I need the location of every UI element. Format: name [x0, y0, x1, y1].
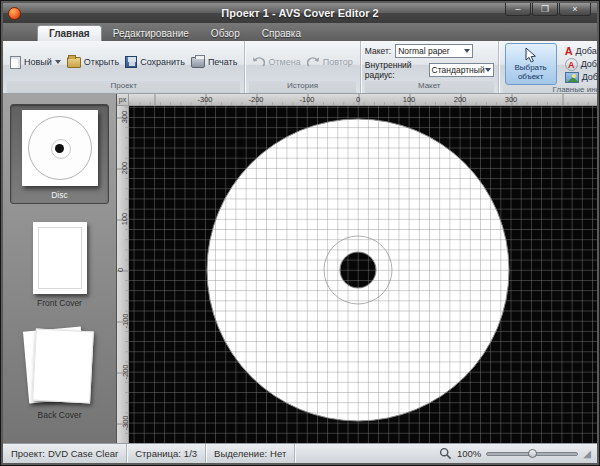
resize-grip[interactable]: ◢ — [583, 449, 593, 459]
zoom-value: 100% — [457, 448, 481, 459]
ruler-horizontal: -300-200-1000100200300 — [129, 94, 597, 106]
tab-spravka[interactable]: Справка — [251, 26, 312, 41]
magnifier-icon — [439, 447, 452, 460]
sidebar-item-label: Front Cover — [10, 298, 109, 308]
status-project: Проект: DVD Case Clear — [3, 444, 127, 463]
add-image-icon — [565, 72, 579, 83]
new-document-icon — [10, 56, 21, 69]
add-circular-text-button[interactable]: A Добавить круговой текст — [563, 58, 597, 71]
ribbon-group-project: Новый Открыть Сохранить Печать Проект — [3, 41, 244, 93]
ruler-unit: px — [117, 94, 129, 106]
cursor-arrow-icon — [525, 48, 537, 63]
group-label-tools: Главные инструменты — [503, 85, 597, 94]
sidebar-item-front-cover[interactable]: Front Cover — [10, 214, 109, 311]
ruler-tick-label: 200 — [454, 95, 467, 104]
maximize-button[interactable]: ❐ — [532, 3, 558, 16]
ruler-tick-label: 300 — [120, 111, 129, 124]
undo-button[interactable]: Отмена — [249, 54, 303, 70]
status-bar: Проект: DVD Case Clear Страница: 1/3 Выд… — [3, 443, 597, 463]
ruler-tick-label: -200 — [248, 95, 263, 104]
back-cover-thumbnail — [22, 326, 98, 406]
window-content: Проект 1 - AVS Cover Editor 2 – ❐ × Глав… — [3, 3, 597, 463]
group-label-layout: Макет — [365, 81, 494, 93]
zoom-slider[interactable] — [486, 452, 578, 456]
open-folder-icon — [67, 57, 81, 68]
front-cover-thumbnail — [33, 222, 87, 294]
disc-center-hole — [340, 252, 376, 288]
inner-radius-dropdown[interactable]: Стандартный — [429, 63, 494, 77]
printer-icon — [191, 57, 205, 68]
sidebar-item-label: Disc — [11, 190, 108, 200]
tab-obzor[interactable]: Обзор — [200, 26, 251, 41]
ruler-tick-label: 100 — [403, 95, 416, 104]
ruler-tick-label: -200 — [121, 364, 129, 379]
disc-thumbnail — [22, 110, 98, 186]
save-disk-icon — [125, 56, 137, 68]
add-text-button[interactable]: A Добавить текст — [563, 45, 597, 58]
sidebar-item-label: Back Cover — [10, 410, 109, 420]
group-label-project: Проект — [7, 81, 240, 93]
main-area: Disc Front Cover Back Cover px -300-200-… — [3, 94, 597, 443]
tab-redaktirovanie[interactable]: Редактирование — [102, 26, 200, 41]
ribbon-group-tools: Выбрать объект A Добавить текст A Добави… — [498, 41, 597, 93]
ruler-tick-label: 0 — [356, 95, 360, 104]
ruler-tick-label: -100 — [299, 95, 314, 104]
status-selection: Выделение: Нет — [206, 444, 295, 463]
app-window: Проект 1 - AVS Cover Editor 2 – ❐ × Глав… — [0, 0, 600, 466]
add-text-icon: A — [565, 46, 573, 57]
redo-button[interactable]: Повтор — [304, 54, 356, 70]
open-button[interactable]: Открыть — [64, 55, 122, 70]
status-page: Страница: 1/3 — [127, 444, 206, 463]
new-button[interactable]: Новый — [7, 54, 64, 71]
ribbon-tab-bar: Главная Редактирование Обзор Справка — [3, 23, 597, 41]
ruler-tick-label: 300 — [505, 95, 518, 104]
redo-arrow-icon — [307, 56, 320, 68]
ruler-tick-label: 200 — [120, 162, 129, 175]
chevron-down-icon — [485, 68, 491, 72]
tab-glavnaya[interactable]: Главная — [37, 25, 102, 41]
select-object-button[interactable]: Выбрать объект — [505, 43, 557, 85]
print-button[interactable]: Печать — [188, 55, 240, 70]
window-controls: – ❐ × — [505, 3, 591, 16]
design-canvas[interactable] — [129, 106, 597, 443]
editor-workspace: px -300-200-1000100200300 3002001000-100… — [117, 94, 597, 443]
undo-arrow-icon — [252, 56, 265, 68]
ribbon-group-layout: Макет: Normal paper Внутренний радиус: С… — [360, 41, 498, 93]
ruler-tick-label: -300 — [197, 95, 212, 104]
title-bar: Проект 1 - AVS Cover Editor 2 – ❐ × — [3, 3, 597, 23]
layout-dropdown[interactable]: Normal paper — [395, 44, 473, 58]
chevron-down-icon — [55, 60, 61, 64]
ruler-tick-label: 100 — [120, 213, 129, 226]
ruler-tick-label: -300 — [121, 415, 129, 430]
zoom-control: 100% ◢ — [439, 447, 597, 460]
group-label-history: История — [249, 81, 355, 93]
ruler-tick-label: -100 — [121, 313, 129, 328]
ribbon: Новый Открыть Сохранить Печать Проект — [3, 41, 597, 94]
ruler-vertical: 3002001000-100-200-300 — [117, 106, 129, 443]
pages-sidebar: Disc Front Cover Back Cover — [3, 94, 117, 443]
ribbon-group-history: Отмена Повтор История — [244, 41, 359, 93]
save-button[interactable]: Сохранить — [122, 54, 188, 70]
sidebar-item-back-cover[interactable]: Back Cover — [10, 321, 109, 423]
chevron-down-icon — [464, 49, 470, 53]
minimize-button[interactable]: – — [505, 3, 531, 16]
add-image-button[interactable]: Добавить изображение — [563, 71, 597, 84]
add-circular-text-icon: A — [565, 58, 578, 71]
close-button[interactable]: × — [559, 3, 591, 16]
ruler-tick-label: 0 — [117, 268, 125, 272]
sidebar-item-disc[interactable]: Disc — [10, 104, 109, 204]
disc-artwork — [129, 106, 597, 443]
layout-field-label: Макет: — [365, 46, 391, 56]
inner-radius-field-label: Внутренний радиус: — [365, 60, 425, 80]
zoom-slider-handle[interactable] — [528, 449, 537, 458]
